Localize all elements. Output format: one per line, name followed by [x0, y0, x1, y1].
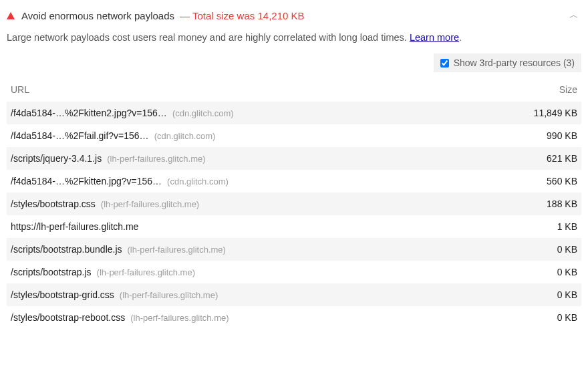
url-cell: /styles/bootstrap-reboot.css(lh-perf-fai… [11, 312, 229, 323]
url-path[interactable]: /scripts/bootstrap.js [11, 267, 92, 277]
audit-description: Large network payloads cost users real m… [7, 29, 581, 53]
url-host: (lh-perf-failures.glitch.me) [107, 154, 205, 164]
url-cell: /scripts/jquery-3.4.1.js(lh-perf-failure… [11, 153, 206, 164]
table-row: https://lh-perf-failures.glitch.me1 KB [7, 215, 581, 238]
url-cell: /f4da5184-…%2Ffail.gif?v=156…(cdn.glitch… [11, 130, 215, 141]
url-cell: /scripts/bootstrap.js(lh-perf-failures.g… [11, 267, 195, 277]
url-cell: https://lh-perf-failures.glitch.me [11, 221, 138, 232]
url-cell: /f4da5184-…%2Fkitten.jpg?v=156…(cdn.glit… [11, 176, 229, 186]
url-path[interactable]: /f4da5184-…%2Fkitten2.jpg?v=156… [11, 108, 167, 118]
table-row: /scripts/jquery-3.4.1.js(lh-perf-failure… [7, 147, 581, 170]
url-path[interactable]: /scripts/jquery-3.4.1.js [11, 153, 102, 164]
url-path[interactable]: /f4da5184-…%2Fkitten.jpg?v=156… [11, 176, 162, 186]
table-row: /styles/bootstrap.css(lh-perf-failures.g… [7, 193, 581, 215]
url-host: (lh-perf-failures.glitch.me) [97, 267, 195, 277]
size-cell: 621 KB [539, 153, 577, 164]
size-cell: 188 KB [539, 199, 577, 209]
audit-subtitle: — Total size was 14,210 KB [180, 10, 305, 21]
url-path[interactable]: /styles/bootstrap-grid.css [11, 289, 114, 300]
url-path[interactable]: /scripts/bootstrap.bundle.js [11, 244, 122, 255]
third-party-label: Show 3rd-party resources (3) [454, 57, 575, 68]
size-cell: 0 KB [549, 244, 577, 255]
description-text: Large network payloads cost users real m… [7, 32, 410, 43]
url-host: (cdn.glitch.com) [172, 108, 234, 118]
fail-triangle-icon [7, 12, 15, 19]
size-cell: 0 KB [549, 289, 577, 300]
chevron-up-icon: ︿ [569, 9, 581, 21]
url-host: (lh-perf-failures.glitch.me) [128, 245, 226, 255]
url-cell: /styles/bootstrap-grid.css(lh-perf-failu… [11, 289, 218, 300]
size-cell: 1 KB [549, 221, 577, 232]
url-host: (cdn.glitch.com) [154, 131, 216, 141]
url-path[interactable]: /f4da5184-…%2Ffail.gif?v=156… [11, 130, 149, 141]
table-row: /styles/bootstrap-reboot.css(lh-perf-fai… [7, 306, 581, 329]
url-path[interactable]: https://lh-perf-failures.glitch.me [11, 221, 138, 232]
learn-more-link[interactable]: Learn more [410, 32, 459, 43]
third-party-checkbox[interactable] [440, 59, 449, 68]
size-cell: 560 KB [539, 176, 577, 186]
table-body: /f4da5184-…%2Fkitten2.jpg?v=156…(cdn.gli… [7, 102, 581, 329]
audit-header[interactable]: Avoid enormous network payloads — Total … [7, 5, 581, 29]
size-cell: 0 KB [549, 267, 577, 277]
size-cell: 11,849 KB [526, 108, 577, 118]
size-cell: 990 KB [539, 130, 577, 141]
table-row: /scripts/bootstrap.js(lh-perf-failures.g… [7, 261, 581, 283]
controls-row: Show 3rd-party resources (3) [7, 53, 581, 79]
table-row: /scripts/bootstrap.bundle.js(lh-perf-fai… [7, 238, 581, 261]
url-cell: /f4da5184-…%2Fkitten2.jpg?v=156…(cdn.gli… [11, 108, 234, 118]
url-path[interactable]: /styles/bootstrap-reboot.css [11, 312, 125, 323]
url-host: (cdn.glitch.com) [167, 176, 229, 186]
table-row: /styles/bootstrap-grid.css(lh-perf-failu… [7, 283, 581, 306]
column-size: Size [559, 84, 577, 95]
table-row: /f4da5184-…%2Ffail.gif?v=156…(cdn.glitch… [7, 124, 581, 147]
size-cell: 0 KB [549, 312, 577, 323]
table-row: /f4da5184-…%2Fkitten2.jpg?v=156…(cdn.gli… [7, 102, 581, 124]
url-host: (lh-perf-failures.glitch.me) [101, 199, 199, 209]
third-party-toggle[interactable]: Show 3rd-party resources (3) [434, 53, 581, 72]
url-cell: /scripts/bootstrap.bundle.js(lh-perf-fai… [11, 244, 226, 255]
url-path[interactable]: /styles/bootstrap.css [11, 199, 96, 209]
url-host: (lh-perf-failures.glitch.me) [120, 290, 218, 300]
column-url: URL [11, 84, 29, 95]
audit-title: Avoid enormous network payloads [21, 10, 174, 21]
url-cell: /styles/bootstrap.css(lh-perf-failures.g… [11, 199, 199, 209]
url-host: (lh-perf-failures.glitch.me) [130, 313, 229, 323]
table-header: URL Size [7, 79, 581, 102]
table-row: /f4da5184-…%2Fkitten.jpg?v=156…(cdn.glit… [7, 170, 581, 193]
